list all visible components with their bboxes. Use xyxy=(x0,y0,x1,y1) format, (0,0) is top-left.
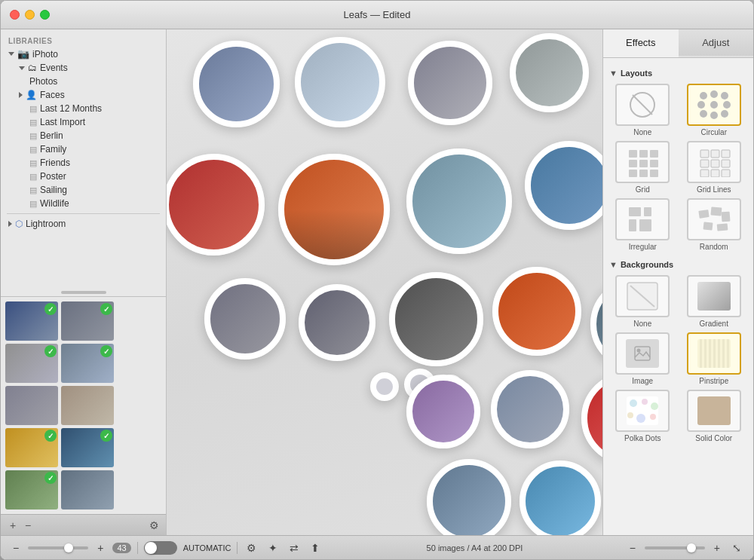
svg-rect-11 xyxy=(629,150,637,158)
bg-gradient-label: Gradient xyxy=(700,320,728,328)
main-content: LIBRARIES 📷 iPhoto 🗂 Events Photos xyxy=(1,29,753,535)
titlebar: Leafs — Edited xyxy=(1,1,753,29)
backgrounds-header: ▼ Backgrounds xyxy=(609,260,747,269)
svg-rect-19 xyxy=(650,170,658,177)
sidebar-item-wildlife[interactable]: ▤ Wildlife xyxy=(1,197,166,210)
svg-point-41 xyxy=(637,349,641,353)
thumb-item-5-2[interactable] xyxy=(61,470,114,510)
circle-photo-20 xyxy=(427,459,511,535)
sidebar-item-photos[interactable]: Photos xyxy=(1,75,166,88)
svg-rect-20 xyxy=(700,150,709,158)
bg-polkadots[interactable]: Polka Dots xyxy=(609,390,676,442)
layout-random[interactable]: Random xyxy=(681,198,748,251)
svg-rect-27 xyxy=(711,170,719,177)
bg-pinstripe-label: Pinstripe xyxy=(699,377,728,385)
svg-point-5 xyxy=(697,101,705,109)
sidebar-item-poster[interactable]: ▤ Poster xyxy=(1,170,166,183)
sidebar-item-berlin[interactable]: ▤ Berlin xyxy=(1,129,166,142)
zoom-slider[interactable] xyxy=(28,546,88,549)
layout-none[interactable]: None xyxy=(609,84,676,136)
size-slider[interactable] xyxy=(645,546,705,549)
sidebar-item-iphoto[interactable]: 📷 iPhoto xyxy=(1,47,166,61)
bg-solidcolor[interactable]: Solid Color xyxy=(681,390,748,442)
sidebar-label-wildlife: Wildlife xyxy=(40,198,69,209)
sidebar-label-family: Family xyxy=(40,144,66,155)
window-title: Leafs — Edited xyxy=(344,9,411,20)
sidebar-item-sailing[interactable]: ▤ Sailing xyxy=(1,183,166,197)
sidebar-scroll-indicator xyxy=(61,291,106,294)
svg-rect-23 xyxy=(700,160,709,167)
size-knob[interactable] xyxy=(687,543,696,552)
bg-pinstripe[interactable]: Pinstripe xyxy=(681,332,748,385)
sidebar-item-family[interactable]: ▤ Family xyxy=(1,142,166,156)
separator-1 xyxy=(137,542,138,554)
thumb-item-2-1[interactable]: ✓ xyxy=(5,344,58,383)
sidebar-item-faces[interactable]: 👤 Faces xyxy=(1,88,166,102)
plus-size-button[interactable]: + xyxy=(711,540,723,555)
layout-none-icon xyxy=(615,84,670,126)
thumb-item-1-2[interactable]: ✓ xyxy=(61,301,114,341)
remove-button[interactable]: − xyxy=(22,519,34,531)
svg-rect-35 xyxy=(721,212,730,222)
svg-rect-33 xyxy=(698,210,709,219)
svg-point-45 xyxy=(651,402,658,410)
canvas-background xyxy=(167,29,602,535)
layout-random-label: Random xyxy=(700,243,728,251)
sidebar-item-last12[interactable]: ▤ Last 12 Months xyxy=(1,102,166,115)
circle-photo-4 xyxy=(510,33,589,112)
svg-rect-26 xyxy=(700,170,709,177)
svg-point-6 xyxy=(710,101,718,109)
settings-icon[interactable]: ⚙ xyxy=(148,519,160,531)
layout-circular[interactable]: Circular xyxy=(681,84,748,136)
minimize-button[interactable] xyxy=(25,10,35,20)
expand-button[interactable]: ⤡ xyxy=(729,540,744,555)
minus-zoom-button[interactable]: − xyxy=(10,540,22,555)
fullscreen-button[interactable] xyxy=(40,10,50,20)
tab-effects[interactable]: Effects xyxy=(603,29,679,57)
thumb-item-1-1[interactable]: ✓ xyxy=(5,301,58,341)
svg-rect-16 xyxy=(650,160,658,167)
close-button[interactable] xyxy=(10,10,20,20)
circle-photo-18 xyxy=(581,372,602,464)
libraries-label: LIBRARIES xyxy=(1,34,166,47)
sidebar-item-lastimport[interactable]: ▤ Last Import xyxy=(1,115,166,129)
zoom-knob[interactable] xyxy=(64,543,73,552)
layout-gridlines[interactable]: Grid Lines xyxy=(681,141,748,194)
shuffle-button[interactable]: ⇄ xyxy=(287,540,302,555)
bg-none-svg xyxy=(626,281,659,311)
sidebar-label-friends: Friends xyxy=(40,158,70,168)
bg-none[interactable]: None xyxy=(609,275,676,328)
thumb-item-2-2[interactable]: ✓ xyxy=(61,344,114,383)
sidebar-item-lightroom[interactable]: ⬡ Lightroom xyxy=(1,217,166,231)
add-button[interactable]: + xyxy=(7,519,19,531)
thumb-item-5-1[interactable]: ✓ xyxy=(5,470,58,510)
circle-photo-10 xyxy=(204,278,286,360)
bg-image-icon xyxy=(615,332,670,375)
mode-toggle[interactable] xyxy=(144,541,177,555)
circle-photo-7 xyxy=(406,148,512,254)
status-area: 50 images / A4 at 200 DPI xyxy=(329,543,620,552)
panel-content: ▼ Layouts None xyxy=(603,58,753,535)
scroll-indicator-area xyxy=(1,289,166,296)
tab-adjust[interactable]: Adjust xyxy=(679,29,754,57)
export-button[interactable]: ⬆ xyxy=(308,540,323,555)
layout-grid[interactable]: Grid xyxy=(609,141,676,194)
sidebar-item-friends[interactable]: ▤ Friends xyxy=(1,156,166,170)
thumb-item-3-2[interactable] xyxy=(61,386,114,425)
svg-point-7 xyxy=(723,101,731,109)
bottom-toolbar: − + 43 AUTOMATIC ⚙ ✦ ⇄ ⬆ 50 images / A4 … xyxy=(1,535,753,559)
magic-wand-button[interactable]: ✦ xyxy=(265,540,280,555)
sidebar-item-events[interactable]: 🗂 Events xyxy=(1,61,166,75)
thumb-item-3-1[interactable] xyxy=(5,386,58,425)
bg-gradient[interactable]: Gradient xyxy=(681,275,748,328)
thumb-item-4-1[interactable]: ✓ xyxy=(5,428,58,467)
sidebar-label-iphoto: iPhoto xyxy=(32,49,58,60)
layout-irregular[interactable]: Irregular xyxy=(609,198,676,251)
plus-zoom-button[interactable]: + xyxy=(94,540,106,555)
sidebar-label-events: Events xyxy=(40,63,68,73)
settings-tool-button[interactable]: ⚙ xyxy=(244,540,259,555)
minus-size-button[interactable]: − xyxy=(627,540,639,555)
thumb-item-4-2[interactable]: ✓ xyxy=(61,428,114,467)
bubble-1 xyxy=(370,372,399,401)
bg-image[interactable]: Image xyxy=(609,332,676,385)
